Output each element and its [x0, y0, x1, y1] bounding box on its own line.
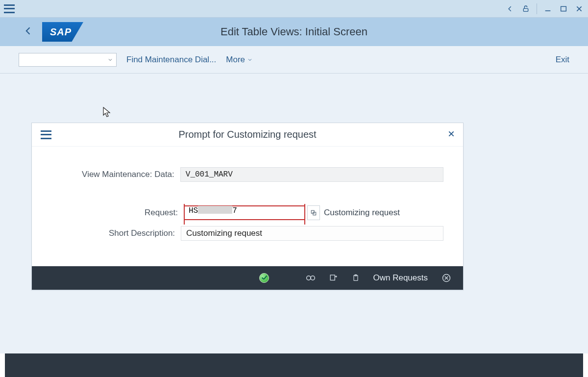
short-description-label: Short Description:	[51, 228, 181, 238]
svg-rect-12	[330, 275, 335, 280]
app-header: SAP Edit Table Views: Initial Screen	[0, 18, 588, 46]
dialog-menu-icon[interactable]	[41, 130, 51, 139]
clipboard-icon[interactable]	[352, 274, 360, 282]
dialog-title: Prompt for Customizing request	[178, 129, 316, 140]
maximize-icon[interactable]	[559, 4, 568, 14]
create-request-icon[interactable]	[329, 274, 338, 282]
svg-rect-0	[523, 8, 528, 11]
request-value-prefix: HS	[189, 206, 198, 215]
back-button[interactable]	[24, 26, 33, 38]
request-search-help-button[interactable]	[307, 205, 320, 220]
transaction-select[interactable]	[19, 53, 117, 67]
continue-button[interactable]	[259, 273, 269, 283]
dialog-close-icon[interactable]	[447, 130, 455, 140]
dialog-header: Prompt for Customizing request	[32, 123, 463, 147]
cancel-icon[interactable]	[441, 273, 451, 283]
display-icon[interactable]	[306, 274, 316, 282]
minimize-icon[interactable]	[543, 4, 553, 14]
unlock-icon[interactable]	[521, 4, 531, 14]
sap-logo-text: SAP	[50, 26, 72, 38]
svg-point-10	[311, 276, 315, 280]
request-type-hint: Customizing request	[324, 208, 400, 218]
dialog-body: View Maintenance: Data: V_001_MARV Reque…	[32, 147, 463, 266]
separator	[537, 3, 537, 14]
request-value-masked	[198, 206, 232, 214]
workspace: Prompt for Customizing request View Main…	[0, 74, 588, 353]
svg-point-9	[306, 276, 310, 280]
own-requests-button[interactable]: Own Requests	[373, 273, 428, 283]
svg-rect-2	[561, 6, 566, 11]
request-label: Request:	[51, 208, 184, 218]
mouse-cursor-icon	[103, 107, 111, 118]
close-icon[interactable]	[574, 4, 584, 14]
find-maintenance-link[interactable]: Find Maintenance Dial...	[126, 55, 216, 65]
dialog-footer: Own Requests	[32, 266, 463, 290]
short-description-value: Customizing request	[181, 226, 443, 241]
status-bar	[5, 353, 583, 377]
request-value-suffix: 7	[232, 206, 237, 215]
more-menu[interactable]: More	[226, 55, 253, 65]
view-maintenance-value: V_001_MARV	[180, 167, 443, 182]
menu-icon[interactable]	[4, 4, 15, 13]
window-titlebar	[0, 0, 588, 18]
toolbar: Find Maintenance Dial... More Exit	[0, 46, 588, 74]
view-maintenance-label: View Maintenance: Data:	[51, 170, 180, 179]
sap-logo: SAP	[42, 22, 83, 42]
page-title: Edit Table Views: Initial Screen	[0, 25, 588, 38]
customizing-request-dialog: Prompt for Customizing request View Main…	[31, 123, 464, 290]
exit-link[interactable]: Exit	[556, 55, 569, 65]
nav-back-icon[interactable]	[505, 4, 515, 14]
more-label: More	[226, 55, 245, 65]
check-icon	[259, 273, 269, 283]
request-input[interactable]: HS7	[184, 205, 305, 220]
